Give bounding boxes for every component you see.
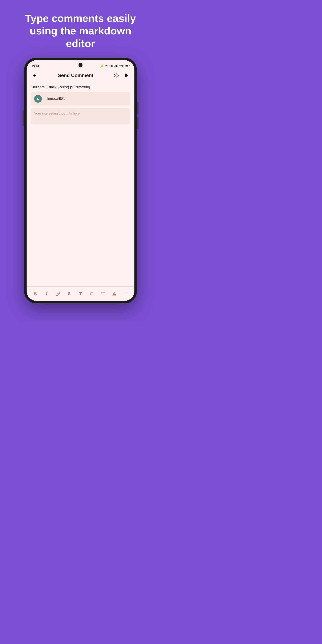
- user-row: R allentown521: [30, 92, 130, 106]
- camera-cutout: [78, 63, 82, 67]
- photo-title: Höllental (Black Forest) [5120x2880]: [30, 85, 130, 89]
- svg-point-20: [101, 292, 102, 293]
- svg-text:R: R: [36, 96, 40, 102]
- headline: Type comments easily using the markdown …: [13, 0, 148, 58]
- content-area: Höllental (Black Forest) [5120x2880] R a…: [26, 82, 134, 286]
- battery-text: 87%: [119, 64, 124, 68]
- volume-up-button: [138, 102, 138, 114]
- svg-rect-2: [116, 65, 116, 67]
- svg-text:3: 3: [90, 294, 91, 296]
- avatar: R: [34, 95, 42, 103]
- link-button[interactable]: [54, 290, 62, 298]
- status-time: 13:44: [32, 64, 39, 68]
- comment-input-box[interactable]: Your interesting thoughts here: [30, 108, 130, 124]
- signal-icon: [114, 64, 118, 68]
- phone-screen: 13:44 🔑 HD: [26, 60, 134, 301]
- username-label: allentown521: [45, 97, 65, 101]
- quote-button[interactable]: ": [121, 290, 130, 298]
- unordered-list-button[interactable]: [98, 290, 108, 298]
- back-button[interactable]: [30, 72, 39, 80]
- heading-button[interactable]: T: [76, 290, 85, 298]
- power-button: [22, 110, 24, 126]
- preview-button[interactable]: [113, 72, 120, 79]
- svg-rect-1: [115, 66, 115, 67]
- key-icon: 🔑: [100, 64, 104, 68]
- svg-point-8: [116, 75, 117, 76]
- svg-point-21: [101, 294, 102, 294]
- top-navigation: Send Comment: [26, 70, 134, 82]
- hd-label: HD: [110, 65, 113, 67]
- svg-point-22: [101, 295, 102, 295]
- volume-down-button: [138, 117, 138, 129]
- svg-point-23: [114, 295, 114, 295]
- wifi-icon: [105, 64, 108, 68]
- send-button[interactable]: [123, 72, 130, 79]
- ordered-list-button[interactable]: 1 2 3: [87, 290, 96, 298]
- page-title: Send Comment: [58, 73, 94, 78]
- status-icons: 🔑 HD: [100, 64, 130, 68]
- battery-icon: [125, 64, 130, 68]
- comment-placeholder: Your interesting thoughts here: [34, 112, 80, 115]
- italic-button[interactable]: I: [42, 290, 51, 298]
- warning-button[interactable]: [110, 290, 119, 298]
- svg-rect-0: [114, 66, 114, 67]
- svg-rect-6: [129, 65, 130, 66]
- avatar-letter: R: [34, 95, 42, 103]
- bold-button[interactable]: B: [31, 290, 40, 298]
- svg-rect-4: [117, 64, 118, 67]
- phone-frame: 13:44 🔑 HD: [24, 58, 137, 303]
- strikethrough-button[interactable]: S: [65, 290, 74, 298]
- svg-rect-7: [126, 65, 128, 66]
- svg-rect-3: [116, 64, 117, 67]
- editor-space: [30, 127, 130, 283]
- markdown-toolbar: B I S T 1 2 3: [26, 286, 134, 301]
- nav-actions: [113, 72, 130, 79]
